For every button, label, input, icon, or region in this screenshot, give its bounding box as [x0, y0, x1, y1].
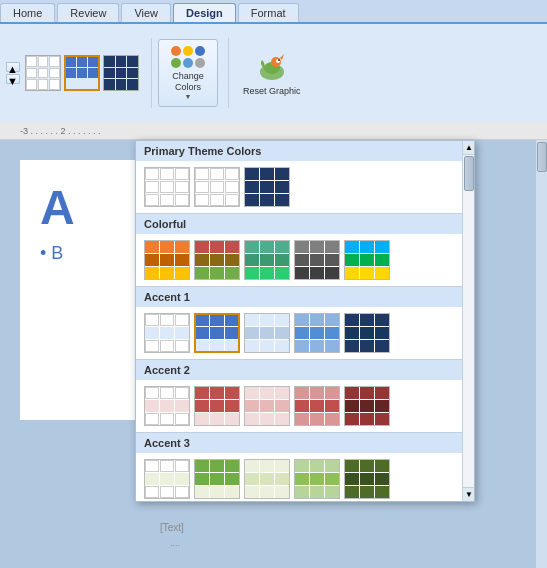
- reset-graphic-button[interactable]: Reset Graphic: [239, 46, 305, 101]
- color-option-a1-1[interactable]: [144, 313, 190, 353]
- color-option-a1-2[interactable]: [194, 313, 240, 353]
- reset-graphic-icon: [254, 50, 290, 86]
- divider-2: [228, 38, 229, 108]
- color-option-a2-4[interactable]: [294, 386, 340, 426]
- color-circle-yellow: [183, 46, 193, 56]
- color-circle-orange: [171, 46, 181, 56]
- color-option-a3-1[interactable]: [144, 459, 190, 499]
- tab-view[interactable]: View: [121, 3, 171, 22]
- color-option-c3[interactable]: [244, 240, 290, 280]
- color-circle-blue: [195, 46, 205, 56]
- color-option-a1-5[interactable]: [344, 313, 390, 353]
- color-dropdown-panel: Primary Theme Colors: [135, 140, 475, 502]
- color-option-a2-3[interactable]: [244, 386, 290, 426]
- section-accent1: Accent 1: [136, 286, 474, 307]
- scrollbar-thumb[interactable]: [464, 156, 474, 191]
- table-style-group: ▲ ▼: [6, 55, 139, 91]
- scroll-down-btn[interactable]: ▼: [6, 74, 20, 84]
- color-option-a2-1[interactable]: [144, 386, 190, 426]
- section-accent3-items: [136, 453, 474, 501]
- panel-scrollable[interactable]: Primary Theme Colors: [136, 141, 474, 501]
- color-option-a3-3[interactable]: [244, 459, 290, 499]
- scroll-up-btn[interactable]: ▲: [6, 62, 20, 72]
- color-circle-lightblue: [183, 58, 193, 68]
- section-accent1-items: [136, 307, 474, 359]
- ruler-markers: -3 . . . . . . 2 . . . . . . .: [20, 126, 101, 136]
- color-option-c2[interactable]: [194, 240, 240, 280]
- color-circle-gray: [195, 58, 205, 68]
- ruler: -3 . . . . . . 2 . . . . . . .: [0, 122, 547, 140]
- section-colorful: Colorful: [136, 213, 474, 234]
- ribbon: ▲ ▼: [0, 22, 547, 122]
- svg-point-4: [278, 59, 280, 61]
- color-option-a3-4[interactable]: [294, 459, 340, 499]
- tab-home[interactable]: Home: [0, 3, 55, 22]
- main-scrollbar-thumb[interactable]: [537, 142, 547, 172]
- color-circles: [171, 46, 205, 68]
- tab-design[interactable]: Design: [173, 3, 236, 22]
- color-option-a2-5[interactable]: [344, 386, 390, 426]
- color-option-pt2[interactable]: [194, 167, 240, 207]
- slide-bottom-text: [Text]: [160, 522, 184, 533]
- color-option-c5[interactable]: [344, 240, 390, 280]
- table-style-1[interactable]: [25, 55, 61, 91]
- scrollbar-down-arrow[interactable]: ▼: [463, 487, 475, 501]
- color-option-c1[interactable]: [144, 240, 190, 280]
- divider-1: [151, 38, 152, 108]
- section-primary-items: [136, 161, 474, 213]
- color-option-pt1[interactable]: [144, 167, 190, 207]
- color-option-a2-2[interactable]: [194, 386, 240, 426]
- table-style-2[interactable]: [64, 55, 100, 91]
- change-colors-button[interactable]: Change Colors ▼: [158, 39, 218, 107]
- tabs-bar: Home Review View Design Format: [0, 0, 547, 22]
- change-colors-arrow: ▼: [185, 93, 192, 100]
- section-accent2: Accent 2: [136, 359, 474, 380]
- section-accent3: Accent 3: [136, 432, 474, 453]
- section-primary-theme: Primary Theme Colors: [136, 141, 474, 161]
- color-option-c4[interactable]: [294, 240, 340, 280]
- color-circle-green: [171, 58, 181, 68]
- panel-scrollbar[interactable]: ▲ ▼: [462, 141, 474, 501]
- section-colorful-items: [136, 234, 474, 286]
- color-option-a3-2[interactable]: [194, 459, 240, 499]
- change-colors-label: Change Colors: [167, 71, 209, 93]
- table-style-3[interactable]: [103, 55, 139, 91]
- tab-review[interactable]: Review: [57, 3, 119, 22]
- scrollbar-up-arrow[interactable]: ▲: [463, 141, 475, 155]
- section-accent2-items: [136, 380, 474, 432]
- color-option-a1-3[interactable]: [244, 313, 290, 353]
- color-option-a1-4[interactable]: [294, 313, 340, 353]
- main-area: A • B [Text] .... [Text] Primary Theme C…: [0, 140, 547, 568]
- tab-format[interactable]: Format: [238, 3, 299, 22]
- color-option-a3-5[interactable]: [344, 459, 390, 499]
- slide-bottom-dots: ....: [170, 538, 180, 548]
- reset-graphic-label: Reset Graphic: [243, 86, 301, 97]
- color-option-pt3[interactable]: [244, 167, 290, 207]
- main-scrollbar[interactable]: [535, 140, 547, 568]
